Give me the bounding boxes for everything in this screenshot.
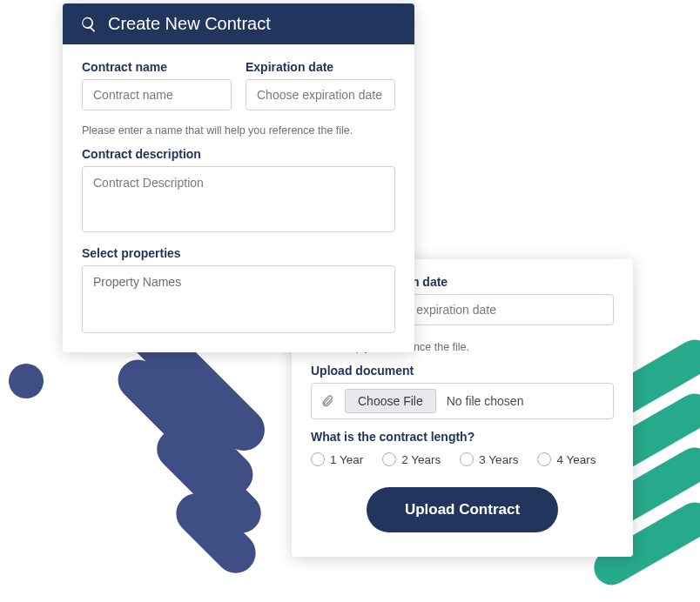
contract-length-label: What is the contract length? xyxy=(311,430,614,444)
radio-label: 3 Years xyxy=(479,453,518,466)
modal-header: Create New Contract xyxy=(63,3,414,44)
name-helper-text: Please enter a name that will help you r… xyxy=(82,124,395,137)
radio-1-year[interactable]: 1 Year xyxy=(311,452,363,466)
radio-2-years[interactable]: 2 Years xyxy=(382,452,441,466)
contract-length-radios: 1 Year 2 Years 3 Years 4 Years xyxy=(311,452,614,466)
expiration-date-label: Expiration date xyxy=(246,60,395,74)
modal-title: Create New Contract xyxy=(108,14,271,34)
bg-decor xyxy=(2,357,51,406)
create-contract-modal: Create New Contract Contract name Expira… xyxy=(63,3,414,352)
upload-document-label: Upload document xyxy=(311,364,614,378)
radio-label: 4 Years xyxy=(556,453,596,466)
file-input-row: Choose File No file chosen xyxy=(311,383,614,419)
radio-3-years[interactable]: 3 Years xyxy=(460,452,518,466)
radio-label: 2 Years xyxy=(401,453,441,466)
contract-description-input[interactable] xyxy=(82,166,395,232)
select-properties-input[interactable]: Property Names xyxy=(82,265,395,333)
expiration-date-input[interactable] xyxy=(246,79,395,110)
attachment-icon xyxy=(320,394,334,408)
radio-4-years[interactable]: 4 Years xyxy=(537,452,596,466)
contract-name-label: Contract name xyxy=(82,60,232,74)
choose-file-button[interactable]: Choose File xyxy=(345,389,436,413)
select-placeholder: Property Names xyxy=(93,275,181,289)
upload-contract-button[interactable]: Upload Contract xyxy=(367,487,558,532)
search-icon xyxy=(80,16,98,33)
select-properties-label: Select properties xyxy=(82,246,395,260)
file-status-text: No file chosen xyxy=(447,394,524,408)
radio-label: 1 Year xyxy=(330,453,363,466)
contract-name-input[interactable] xyxy=(82,79,232,110)
contract-description-label: Contract description xyxy=(82,147,395,161)
